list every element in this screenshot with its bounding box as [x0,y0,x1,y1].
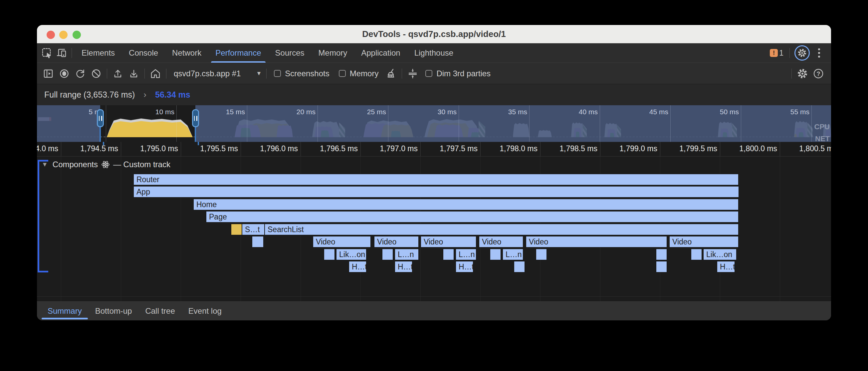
home-icon[interactable] [148,66,163,82]
selected-range-crumb[interactable]: 56.34 ms [155,90,190,99]
flame-event[interactable] [443,249,454,260]
checkbox-icon[interactable] [425,70,432,77]
more-options-icon[interactable] [812,46,827,60]
issues-icon[interactable]: ! [770,49,778,57]
timeline-overview[interactable]: 5 ms10 ms15 ms20 ms25 ms30 ms35 ms40 ms4… [37,105,831,142]
net-lane-label: NET [815,135,830,142]
toggle-sidebar-icon[interactable] [40,66,56,82]
overview-tick-label: 10 ms [155,108,176,116]
screenshots-checkbox[interactable]: Screenshots [274,69,329,78]
reload-record-icon[interactable] [72,66,88,82]
devtools-window: DevTools - qsvd7p.csb.app/video/1 Elemen… [37,25,831,320]
tab-elements[interactable]: Elements [74,43,122,63]
chevron-down-icon: ▼ [256,70,261,77]
flame-event[interactable] [656,249,667,260]
divider [166,68,166,79]
ruler-label: 1,798.5 ms [559,144,600,153]
flamechart[interactable]: ▼ Components — Custom track RouterAppHom… [37,156,831,302]
inspect-element-icon[interactable] [40,46,54,60]
tab-performance[interactable]: Performance [208,43,268,63]
svg-text:?: ? [817,70,820,77]
tab-application[interactable]: Application [354,43,407,63]
record-icon[interactable] [56,66,72,82]
overview-tick [247,105,247,142]
flame-event[interactable] [691,249,702,260]
components-track-header[interactable]: ▼ Components — Custom track [41,160,170,169]
flame-event-st[interactable]: S…t [242,224,265,235]
flame-event-ht[interactable]: H…t [456,261,473,273]
collapse-flame-icon[interactable] [405,66,421,82]
ruler-label: 1,795.5 ms [200,144,241,153]
ruler-label: 1,798.0 ms [500,144,540,153]
minimize-window-button[interactable] [59,31,68,39]
flame-event[interactable] [231,224,242,235]
flame-event-video[interactable]: Video [374,236,419,248]
flame-event-app[interactable]: App [133,186,739,198]
flame-event-video[interactable]: Video [479,236,523,248]
range-breadcrumb: Full range (3,653.76 ms) › 56.34 ms [37,84,831,105]
flame-event[interactable] [536,249,547,260]
overview-tick [388,105,389,142]
tab-event-log[interactable]: Event log [182,302,228,320]
help-icon[interactable]: ? [810,66,827,82]
flame-event-video[interactable]: Video [421,236,476,248]
flame-event[interactable] [656,261,667,273]
clear-icon[interactable] [88,66,104,82]
ruler-label: 1,794.5 ms [80,144,121,153]
full-range-crumb[interactable]: Full range (3,653.76 ms) [44,90,135,99]
tab-lighthouse[interactable]: Lighthouse [407,43,460,63]
flame-event-ln[interactable]: L…n [395,249,419,260]
flame-event[interactable] [382,249,393,260]
devtools-tabbar: ElementsConsoleNetworkPerformanceSources… [37,43,831,63]
tab-bottom-up[interactable]: Bottom-up [89,302,139,320]
overview-tick [600,105,600,142]
flame-event-router[interactable]: Router [133,174,739,185]
flame-event-video[interactable]: Video [313,236,371,248]
dim-3rd-parties-checkbox[interactable]: Dim 3rd parties [425,69,491,78]
checkbox-icon[interactable] [339,70,346,77]
flame-event-ln[interactable]: L…n [502,249,523,260]
flame-event-likon[interactable]: Lik…on [703,249,737,260]
tab-network[interactable]: Network [165,43,208,63]
issues-count[interactable]: 1 [779,49,783,58]
divider [266,68,267,79]
flame-event[interactable] [490,249,501,260]
range-handle-left[interactable] [97,109,104,127]
flame-event-ln[interactable]: L…n [456,249,476,260]
tab-summary[interactable]: Summary [41,302,89,320]
flame-event-likon[interactable]: Lik…on [336,249,366,260]
device-toolbar-icon[interactable] [54,46,69,60]
maximize-window-button[interactable] [72,31,81,39]
flame-event[interactable] [514,261,525,273]
flame-event-ht[interactable]: H…t [349,261,366,273]
tab-console[interactable]: Console [122,43,165,63]
track-title-prefix: Components [53,160,98,169]
flame-event-ht[interactable]: H…t [717,261,735,273]
checkbox-icon[interactable] [274,70,281,77]
range-handle-right[interactable] [192,109,199,127]
flame-event-video[interactable]: Video [669,236,739,248]
target-selector[interactable]: qsvd7p.csb.app #1 ▼ [174,69,261,78]
overview-tick [106,105,106,142]
flame-event-page[interactable]: Page [206,211,739,223]
download-profile-icon[interactable] [126,66,142,82]
tab-sources[interactable]: Sources [268,43,312,63]
settings-gear-icon[interactable] [795,45,810,61]
track-title-suffix: — Custom track [113,160,170,169]
close-window-button[interactable] [46,31,55,39]
flame-event[interactable] [324,249,335,260]
garbage-collect-icon[interactable] [383,66,399,82]
flame-event-video[interactable]: Video [526,236,667,248]
overview-tick-label: 25 ms [367,108,388,116]
overview-tick [741,105,741,142]
flame-event-ht[interactable]: H…t [395,261,412,273]
overview-tick [459,105,459,142]
tab-call-tree[interactable]: Call tree [138,302,181,320]
flame-event-home[interactable]: Home [193,199,739,210]
flame-event[interactable] [252,236,264,248]
memory-checkbox[interactable]: Memory [339,69,379,78]
upload-profile-icon[interactable] [110,66,126,82]
tab-memory[interactable]: Memory [312,43,354,63]
flame-event-searchlist[interactable]: SearchList [265,224,739,235]
panel-settings-gear-icon[interactable] [795,66,810,82]
